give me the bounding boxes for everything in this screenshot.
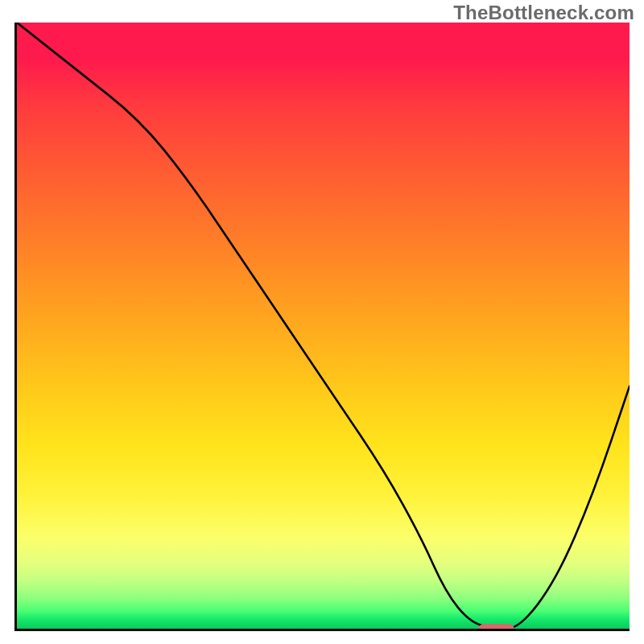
minimum-marker [478,624,514,631]
bottleneck-curve [17,23,630,629]
chart-canvas: TheBottleneck.com [0,0,644,644]
watermark-text: TheBottleneck.com [453,2,634,24]
plot-area [14,23,630,631]
